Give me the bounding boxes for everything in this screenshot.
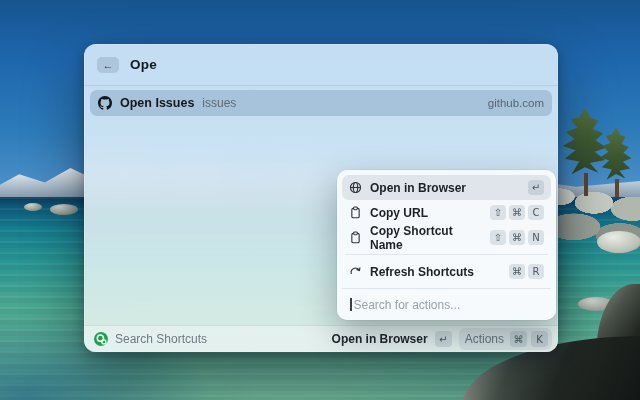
return-key-chip: ↵ xyxy=(528,180,544,195)
wallpaper-boulder xyxy=(597,231,640,253)
result-subtitle: issues xyxy=(202,96,236,110)
actions-search xyxy=(342,288,551,320)
result-domain: github.com xyxy=(488,97,544,109)
action-open-in-browser[interactable]: Open in Browser ↵ xyxy=(342,175,551,200)
action-label: Copy Shortcut Name xyxy=(370,224,482,252)
command-key-chip: ⌘ xyxy=(510,331,527,347)
command-key-chip: ⌘ xyxy=(509,264,525,279)
action-keys: ⇧ ⌘ C xyxy=(490,205,544,220)
actions-button[interactable]: Actions ⌘ K xyxy=(459,328,552,350)
shift-key-chip: ⇧ xyxy=(490,230,506,245)
clipboard-icon xyxy=(349,231,362,244)
refresh-icon xyxy=(349,265,362,278)
wallpaper-rock xyxy=(24,203,42,211)
action-label: Copy URL xyxy=(370,206,428,220)
primary-action-label[interactable]: Open in Browser xyxy=(332,332,428,346)
search-shortcuts-icon xyxy=(94,332,108,346)
text-caret xyxy=(350,298,352,311)
action-copy-url[interactable]: Copy URL ⇧ ⌘ C xyxy=(342,200,551,225)
result-row-open-issues[interactable]: Open Issues issues github.com xyxy=(90,90,552,116)
action-label: Refresh Shortcuts xyxy=(370,265,474,279)
github-icon xyxy=(98,96,112,110)
result-title: Open Issues xyxy=(120,96,194,110)
status-bar: Search Shortcuts Open in Browser ↵ Actio… xyxy=(84,325,558,352)
arrow-left-icon: ← xyxy=(103,59,114,71)
n-key-chip: N xyxy=(528,230,544,245)
action-keys: ↵ xyxy=(528,180,544,195)
globe-icon xyxy=(349,181,362,194)
divider xyxy=(345,254,548,255)
k-key-chip: K xyxy=(531,331,548,347)
back-button[interactable]: ← xyxy=(97,57,119,73)
action-keys: ⇧ ⌘ N xyxy=(490,230,544,245)
wallpaper-rock xyxy=(50,204,78,215)
shift-key-chip: ⇧ xyxy=(490,205,506,220)
clipboard-icon xyxy=(349,206,362,219)
action-label: Open in Browser xyxy=(370,181,466,195)
actions-search-input[interactable] xyxy=(354,298,544,312)
r-key-chip: R xyxy=(528,264,544,279)
search-bar: ← Ope xyxy=(84,44,558,86)
result-list: Open Issues issues github.com xyxy=(84,86,558,120)
actions-popover: Open in Browser ↵ Copy URL ⇧ ⌘ C Copy Sh… xyxy=(337,170,556,320)
wallpaper-pine-tree xyxy=(599,127,633,197)
return-key-chip: ↵ xyxy=(435,331,452,347)
command-key-chip: ⌘ xyxy=(509,230,525,245)
action-refresh-shortcuts[interactable]: Refresh Shortcuts ⌘ R xyxy=(342,259,551,284)
actions-button-label: Actions xyxy=(463,332,506,346)
action-copy-shortcut-name[interactable]: Copy Shortcut Name ⇧ ⌘ N xyxy=(342,225,551,250)
search-query[interactable]: Ope xyxy=(130,57,157,72)
c-key-chip: C xyxy=(528,205,544,220)
action-keys: ⌘ R xyxy=(509,264,544,279)
extension-label: Search Shortcuts xyxy=(115,332,207,346)
command-key-chip: ⌘ xyxy=(509,205,525,220)
